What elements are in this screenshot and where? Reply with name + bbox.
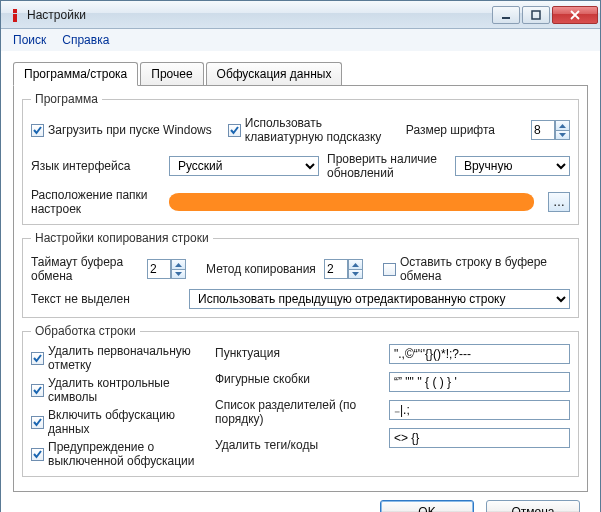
braces-label: Фигурные скобки (215, 372, 375, 386)
braces-input[interactable] (389, 372, 570, 392)
ellipsis-icon: … (553, 195, 565, 209)
sep-label: Список разделителей (по порядку) (215, 398, 375, 426)
tab-obfuscation[interactable]: Обфускация данных (206, 62, 343, 85)
browse-button[interactable]: … (548, 192, 570, 212)
checkbox-icon (31, 124, 44, 137)
titlebar[interactable]: Настройки (1, 1, 600, 29)
chk-warn-obf-label: Предупреждение о выключенной обфускации (48, 440, 201, 468)
chk-load-label: Загрузить при пуске Windows (48, 123, 212, 137)
updates-select[interactable]: Вручную (455, 156, 570, 176)
menu-help[interactable]: Справка (56, 31, 115, 49)
chk-warn-obf[interactable]: Предупреждение о выключенной обфускации (31, 440, 201, 468)
window-title: Настройки (27, 8, 492, 22)
chk-enable-obf-label: Включить обфускацию данных (48, 408, 201, 436)
timeout-spinner[interactable] (147, 259, 186, 279)
chk-remove-init-label: Удалить первоначальную отметку (48, 344, 201, 372)
folder-label: Расположение папки настроек (31, 188, 161, 216)
chk-kb-tooltip[interactable]: Использовать клавиатурную подсказку (228, 116, 398, 144)
close-button[interactable] (552, 6, 598, 24)
dialog-buttons: OK Отмена (13, 492, 588, 512)
group-processing-legend: Обработка строки (31, 324, 140, 338)
tab-body: Программа Загрузить при пуске Windows Ис… (13, 85, 588, 492)
punct-input[interactable] (389, 344, 570, 364)
nosel-select[interactable]: Использовать предыдущую отредактированну… (189, 289, 570, 309)
sep-input[interactable] (389, 400, 570, 420)
svg-rect-1 (13, 14, 17, 22)
tags-input[interactable] (389, 428, 570, 448)
chk-leave-label: Оставить строку в буфере обмена (400, 255, 570, 283)
spin-down-icon[interactable] (555, 130, 570, 140)
chk-load-on-startup[interactable]: Загрузить при пуске Windows (31, 123, 212, 137)
font-size-input[interactable] (531, 120, 555, 140)
lang-label: Язык интерфейса (31, 159, 161, 173)
chk-remove-ctrl[interactable]: Удалить контрольные символы (31, 376, 201, 404)
group-program-legend: Программа (31, 92, 102, 106)
ok-button[interactable]: OK (380, 500, 474, 512)
maximize-button[interactable] (522, 6, 550, 24)
font-size-spinner[interactable] (531, 120, 570, 140)
menubar: Поиск Справка (1, 29, 600, 51)
ok-label: OK (418, 505, 435, 512)
nosel-label: Текст не выделен (31, 292, 181, 306)
menu-search[interactable]: Поиск (7, 31, 52, 49)
chk-enable-obf[interactable]: Включить обфускацию данных (31, 408, 201, 436)
group-program: Программа Загрузить при пуске Windows Ис… (22, 92, 579, 225)
tab-other[interactable]: Прочее (140, 62, 203, 85)
group-processing: Обработка строки Удалить первоначальную … (22, 324, 579, 477)
cancel-button[interactable]: Отмена (486, 500, 580, 512)
checkbox-icon (383, 263, 396, 276)
spin-down-icon[interactable] (171, 269, 186, 279)
svg-rect-3 (532, 11, 540, 19)
minimize-button[interactable] (492, 6, 520, 24)
group-copy: Настройки копирования строки Таймаут буф… (22, 231, 579, 318)
chk-remove-ctrl-label: Удалить контрольные символы (48, 376, 201, 404)
chk-kb-label: Использовать клавиатурную подсказку (245, 116, 398, 144)
checkbox-icon (31, 352, 44, 365)
checkbox-icon (31, 384, 44, 397)
timeout-label: Таймаут буфера обмена (31, 255, 139, 283)
lang-select[interactable]: Русский (169, 156, 319, 176)
spin-up-icon[interactable] (171, 259, 186, 269)
spin-down-icon[interactable] (348, 269, 363, 279)
method-spinner[interactable] (324, 259, 363, 279)
timeout-input[interactable] (147, 259, 171, 279)
checkbox-icon (31, 448, 44, 461)
svg-rect-2 (502, 17, 510, 19)
spin-up-icon[interactable] (555, 120, 570, 130)
method-label: Метод копирования (206, 262, 316, 276)
tab-control: Программа/строка Прочее Обфускация данны… (13, 61, 588, 492)
cancel-label: Отмена (511, 505, 554, 512)
spin-up-icon[interactable] (348, 259, 363, 269)
client-area: Программа/строка Прочее Обфускация данны… (1, 51, 600, 512)
updates-label: Проверить наличие обновлений (327, 152, 447, 180)
checkbox-icon (31, 416, 44, 429)
app-icon (7, 7, 23, 23)
settings-window: Настройки Поиск Справка Программа/строка… (0, 0, 601, 512)
window-controls (492, 6, 598, 24)
tags-label: Удалить теги/коды (215, 438, 375, 452)
group-copy-legend: Настройки копирования строки (31, 231, 213, 245)
punct-label: Пунктуация (215, 346, 375, 360)
chk-leave-clipboard[interactable]: Оставить строку в буфере обмена (383, 255, 570, 283)
folder-path-redacted (169, 193, 534, 211)
chk-remove-init-mark[interactable]: Удалить первоначальную отметку (31, 344, 201, 372)
font-size-label: Размер шрифта (406, 123, 523, 137)
method-input[interactable] (324, 259, 348, 279)
tab-program[interactable]: Программа/строка (13, 62, 138, 86)
checkbox-icon (228, 124, 241, 137)
svg-rect-0 (13, 9, 17, 13)
